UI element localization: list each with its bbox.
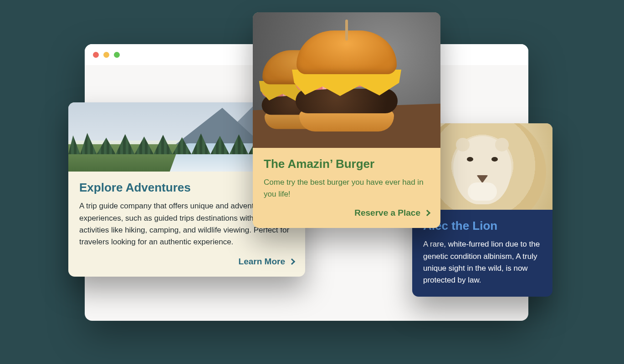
card-burger-image	[253, 12, 440, 148]
traffic-light-zoom-icon[interactable]	[114, 52, 120, 58]
card-burger[interactable]: The Amazin’ Burger Come try the best bur…	[253, 12, 440, 228]
reserve-place-button[interactable]: Reserve a Place	[264, 208, 430, 218]
traffic-light-minimize-icon[interactable]	[103, 52, 109, 58]
card-burger-title: The Amazin’ Burger	[264, 157, 430, 171]
chevron-right-icon	[424, 210, 430, 216]
card-burger-desc: Come try the best burger you have ever h…	[264, 177, 430, 200]
traffic-light-close-icon[interactable]	[93, 52, 99, 58]
card-burger-body: The Amazin’ Burger Come try the best bur…	[253, 148, 440, 228]
card-lion-desc: A rare, white-furred lion due to the gen…	[423, 238, 542, 286]
learn-more-label: Learn More	[239, 257, 285, 267]
learn-more-button[interactable]: Learn More	[79, 257, 294, 267]
burger-photo-icon	[253, 12, 440, 148]
reserve-place-label: Reserve a Place	[354, 208, 420, 218]
stage: Alec the Lion A rare, white-furred lion …	[0, 0, 624, 364]
chevron-right-icon	[289, 258, 295, 264]
card-lion-title: Alec the Lion	[423, 219, 542, 233]
